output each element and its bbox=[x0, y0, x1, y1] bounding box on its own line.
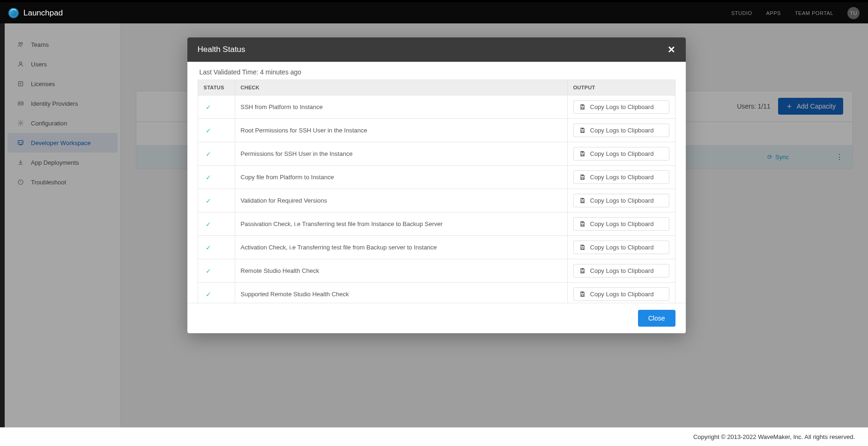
svg-rect-23 bbox=[581, 269, 583, 270]
output-cell: Copy Logs to Clipboard bbox=[568, 259, 675, 283]
table-row: ✓Passivation Check, i.e Transferring tes… bbox=[198, 212, 675, 236]
save-icon bbox=[579, 268, 586, 274]
output-cell: Copy Logs to Clipboard bbox=[568, 283, 675, 303]
copy-logs-button[interactable]: Copy Logs to Clipboard bbox=[573, 217, 669, 231]
check-ok-icon: ✓ bbox=[206, 103, 211, 111]
left-gutter bbox=[0, 23, 5, 427]
table-row: ✓Supported Remote Studio Health CheckCop… bbox=[198, 283, 675, 303]
topbar-link-studio[interactable]: STUDIO bbox=[731, 10, 752, 16]
check-ok-icon: ✓ bbox=[206, 174, 211, 181]
status-cell: ✓ bbox=[198, 212, 235, 236]
table-row: ✓Remote Studio Health CheckCopy Logs to … bbox=[198, 259, 675, 283]
footer: Copyright © 2013-2022 WaveMaker, Inc. Al… bbox=[0, 427, 868, 446]
col-output: OUTPUT bbox=[568, 80, 675, 95]
status-cell: ✓ bbox=[198, 166, 235, 189]
svg-rect-17 bbox=[581, 198, 583, 200]
svg-rect-15 bbox=[581, 175, 583, 176]
save-icon bbox=[579, 221, 586, 227]
svg-rect-16 bbox=[581, 177, 583, 179]
table-row: ✓SSH from Platform to InstanceCopy Logs … bbox=[198, 95, 675, 119]
status-cell: ✓ bbox=[198, 189, 235, 212]
col-check: CHECK bbox=[235, 80, 568, 95]
svg-rect-19 bbox=[581, 222, 583, 223]
output-cell: Copy Logs to Clipboard bbox=[568, 212, 675, 236]
copy-logs-button[interactable]: Copy Logs to Clipboard bbox=[573, 264, 669, 278]
svg-rect-26 bbox=[581, 294, 583, 296]
output-cell: Copy Logs to Clipboard bbox=[568, 166, 675, 189]
copy-logs-label: Copy Logs to Clipboard bbox=[590, 220, 654, 227]
output-cell: Copy Logs to Clipboard bbox=[568, 189, 675, 212]
check-cell: Supported Remote Studio Health Check bbox=[235, 283, 568, 303]
status-cell: ✓ bbox=[198, 119, 235, 142]
output-cell: Copy Logs to Clipboard bbox=[568, 236, 675, 259]
svg-rect-11 bbox=[581, 128, 583, 130]
copy-logs-button[interactable]: Copy Logs to Clipboard bbox=[573, 287, 669, 301]
copy-logs-button[interactable]: Copy Logs to Clipboard bbox=[573, 124, 669, 137]
save-icon bbox=[579, 291, 586, 297]
check-ok-icon: ✓ bbox=[206, 244, 211, 251]
check-cell: Remote Studio Health Check bbox=[235, 259, 568, 283]
copy-logs-button[interactable]: Copy Logs to Clipboard bbox=[573, 100, 669, 114]
modal-title: Health Status bbox=[198, 45, 668, 54]
check-cell: Validation for Required Versions bbox=[235, 189, 568, 212]
col-status: STATUS bbox=[198, 80, 235, 95]
copy-logs-label: Copy Logs to Clipboard bbox=[590, 197, 654, 204]
svg-rect-10 bbox=[581, 107, 583, 109]
check-ok-icon: ✓ bbox=[206, 150, 211, 158]
check-cell: SSH from Platform to Instance bbox=[235, 95, 568, 119]
svg-rect-21 bbox=[581, 245, 583, 247]
health-table: STATUS CHECK OUTPUT ✓SSH from Platform t… bbox=[198, 80, 675, 303]
svg-rect-13 bbox=[581, 152, 583, 153]
brand[interactable]: Launchpad bbox=[8, 8, 63, 18]
check-cell: Activation Check, i.e Transferring test … bbox=[235, 236, 568, 259]
output-cell: Copy Logs to Clipboard bbox=[568, 119, 675, 142]
close-icon[interactable]: ✕ bbox=[668, 44, 675, 55]
save-icon bbox=[579, 244, 586, 250]
check-cell: Copy file from Platform to Instance bbox=[235, 166, 568, 189]
table-row: ✓Root Permissions for SSH User in the In… bbox=[198, 119, 675, 142]
copy-logs-label: Copy Logs to Clipboard bbox=[590, 150, 654, 157]
svg-rect-14 bbox=[581, 154, 583, 155]
save-icon bbox=[579, 174, 586, 180]
brand-icon bbox=[8, 8, 19, 18]
copy-logs-button[interactable]: Copy Logs to Clipboard bbox=[573, 194, 669, 207]
copy-logs-button[interactable]: Copy Logs to Clipboard bbox=[573, 241, 669, 254]
close-button[interactable]: Close bbox=[638, 310, 675, 327]
copy-logs-label: Copy Logs to Clipboard bbox=[590, 127, 654, 134]
status-cell: ✓ bbox=[198, 95, 235, 119]
save-icon bbox=[579, 127, 586, 133]
status-cell: ✓ bbox=[198, 283, 235, 303]
save-icon bbox=[579, 197, 586, 204]
brand-label: Launchpad bbox=[23, 8, 63, 18]
modal-overlay[interactable]: Health Status ✕ Last Validated Time: 4 m… bbox=[5, 23, 868, 427]
status-cell: ✓ bbox=[198, 259, 235, 283]
copyright: Copyright © 2013-2022 WaveMaker, Inc. Al… bbox=[693, 433, 855, 440]
output-cell: Copy Logs to Clipboard bbox=[568, 142, 675, 166]
topbar-link-team-portal[interactable]: TEAM PORTAL bbox=[795, 10, 833, 16]
check-ok-icon: ✓ bbox=[206, 127, 211, 134]
copy-logs-button[interactable]: Copy Logs to Clipboard bbox=[573, 170, 669, 184]
table-row: ✓Validation for Required VersionsCopy Lo… bbox=[198, 189, 675, 212]
check-ok-icon: ✓ bbox=[206, 291, 211, 298]
copy-logs-button[interactable]: Copy Logs to Clipboard bbox=[573, 147, 669, 161]
svg-rect-24 bbox=[581, 271, 583, 272]
svg-rect-9 bbox=[581, 105, 583, 106]
health-status-modal: Health Status ✕ Last Validated Time: 4 m… bbox=[187, 37, 686, 333]
svg-rect-25 bbox=[581, 292, 583, 293]
copy-logs-label: Copy Logs to Clipboard bbox=[590, 291, 654, 298]
topbar-link-apps[interactable]: APPS bbox=[766, 10, 781, 16]
check-ok-icon: ✓ bbox=[206, 220, 211, 228]
svg-rect-18 bbox=[581, 201, 583, 202]
avatar[interactable]: TU bbox=[847, 7, 860, 19]
save-icon bbox=[579, 151, 586, 157]
check-cell: Root Permissions for SSH User in the Ins… bbox=[235, 119, 568, 142]
table-row: ✓Activation Check, i.e Transferring test… bbox=[198, 236, 675, 259]
svg-rect-20 bbox=[581, 224, 583, 226]
copy-logs-label: Copy Logs to Clipboard bbox=[590, 103, 654, 110]
topbar: Launchpad STUDIO APPS TEAM PORTAL TU bbox=[0, 2, 868, 23]
check-ok-icon: ✓ bbox=[206, 267, 211, 275]
copy-logs-label: Copy Logs to Clipboard bbox=[590, 267, 654, 274]
topbar-links: STUDIO APPS TEAM PORTAL TU bbox=[731, 7, 860, 19]
save-icon bbox=[579, 104, 586, 110]
check-ok-icon: ✓ bbox=[206, 197, 211, 205]
